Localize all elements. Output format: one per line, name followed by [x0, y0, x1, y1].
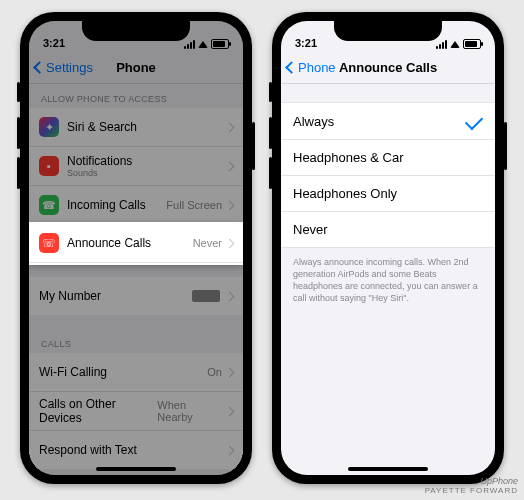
row-notifications[interactable]: ▪ Notifications Sounds: [29, 147, 243, 186]
incoming-calls-icon: ☎: [39, 195, 59, 215]
home-indicator[interactable]: [96, 467, 176, 471]
wifi-icon: [198, 41, 208, 48]
redacted-number: [192, 290, 220, 302]
screen-announce-calls: 3:21 Phone Announce Calls Always: [281, 21, 495, 475]
notifications-icon: ▪: [39, 156, 59, 176]
siri-icon: ✦: [39, 117, 59, 137]
nav-bar: Phone Announce Calls: [281, 51, 495, 84]
row-label: Announce Calls: [67, 236, 193, 250]
row-respond-text[interactable]: Respond with Text: [29, 431, 243, 469]
announce-calls-icon: ☏: [39, 233, 59, 253]
option-label: Headphones & Car: [293, 150, 404, 165]
group-allow: ✦ Siri & Search ▪ Notifications Sounds ☎: [29, 108, 243, 224]
cellular-icon: [436, 40, 447, 49]
wifi-icon: [450, 41, 460, 48]
battery-icon: [463, 39, 481, 49]
status-time: 3:21: [295, 37, 317, 49]
row-value: Never: [193, 237, 222, 249]
group-my-number: My Number: [29, 277, 243, 315]
row-label: My Number: [39, 289, 192, 303]
option-never[interactable]: Never: [281, 212, 495, 248]
back-button[interactable]: Settings: [35, 51, 93, 83]
option-headphones-car[interactable]: Headphones & Car: [281, 140, 495, 176]
notch: [82, 21, 190, 41]
nav-bar: Settings Phone: [29, 51, 243, 84]
option-label: Always: [293, 114, 334, 129]
chevron-right-icon: [225, 445, 235, 455]
chevron-right-icon: [225, 200, 235, 210]
chevron-right-icon: [225, 406, 235, 416]
screen-phone-settings: 3:21 Settings Phone ALLOW PHONE TO ACCES…: [29, 21, 243, 475]
options-group: Always Headphones & Car Headphones Only …: [281, 102, 495, 248]
row-label: Wi-Fi Calling: [39, 365, 207, 379]
checkmark-icon: [465, 112, 483, 130]
option-headphones-only[interactable]: Headphones Only: [281, 176, 495, 212]
watermark: UpPhone PAYETTE FORWARD: [425, 477, 518, 496]
chevron-right-icon: [225, 161, 235, 171]
footer-note: Always announce incoming calls. When 2nd…: [281, 248, 495, 313]
row-value: When Nearby: [157, 399, 222, 423]
page-title: Phone: [116, 60, 156, 75]
cellular-icon: [184, 40, 195, 49]
section-header-allow: ALLOW PHONE TO ACCESS: [29, 84, 243, 108]
option-label: Never: [293, 222, 328, 237]
section-header-calls: CALLS: [29, 329, 243, 353]
chevron-left-icon: [285, 61, 298, 74]
phone-right: 3:21 Phone Announce Calls Always: [272, 12, 504, 484]
row-label: Incoming Calls: [67, 198, 166, 212]
chevron-right-icon: [225, 122, 235, 132]
page-title: Announce Calls: [339, 60, 437, 75]
row-label: Calls on Other Devices: [39, 397, 157, 425]
row-value: On: [207, 366, 222, 378]
chevron-right-icon: [225, 238, 235, 248]
back-label: Settings: [46, 60, 93, 75]
row-siri-search[interactable]: ✦ Siri & Search: [29, 108, 243, 147]
chevron-right-icon: [225, 367, 235, 377]
row-announce-calls[interactable]: ☏ Announce Calls Never: [29, 224, 243, 263]
row-my-number[interactable]: My Number: [29, 277, 243, 315]
row-wifi-calling[interactable]: Wi-Fi Calling On: [29, 353, 243, 392]
chevron-right-icon: [225, 291, 235, 301]
row-calls-other-devices[interactable]: Calls on Other Devices When Nearby: [29, 392, 243, 431]
row-label: Notifications Sounds: [67, 154, 226, 178]
notch: [334, 21, 442, 41]
home-indicator[interactable]: [348, 467, 428, 471]
row-label: Siri & Search: [67, 120, 226, 134]
row-label: Respond with Text: [39, 443, 226, 457]
option-label: Headphones Only: [293, 186, 397, 201]
row-incoming-calls[interactable]: ☎ Incoming Calls Full Screen: [29, 186, 243, 224]
chevron-left-icon: [33, 61, 46, 74]
phone-left: 3:21 Settings Phone ALLOW PHONE TO ACCES…: [20, 12, 252, 484]
option-always[interactable]: Always: [281, 103, 495, 140]
back-button[interactable]: Phone: [287, 51, 336, 83]
row-value: Full Screen: [166, 199, 222, 211]
back-label: Phone: [298, 60, 336, 75]
group-calls: Wi-Fi Calling On Calls on Other Devices …: [29, 353, 243, 469]
status-time: 3:21: [43, 37, 65, 49]
battery-icon: [211, 39, 229, 49]
